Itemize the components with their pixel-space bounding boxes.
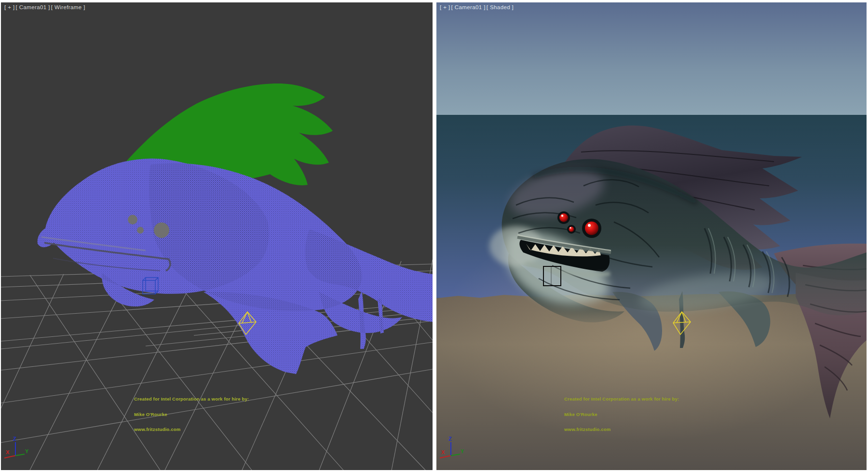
- axis-label-y: Y: [461, 448, 464, 454]
- axis-label-z: Z: [448, 436, 452, 442]
- credit-line: Created for Intel Corporation as a work …: [134, 397, 249, 402]
- credit-text: Created for Intel Corporation as a work …: [564, 387, 679, 443]
- credit-text: Created for Intel Corporation as a work …: [134, 387, 249, 443]
- credit-line: www.fritzstudio.com: [564, 427, 679, 432]
- credit-line: www.fritzstudio.com: [134, 427, 249, 432]
- axis-label-x: X: [441, 449, 445, 455]
- axis-label-x: X: [6, 449, 10, 455]
- sky: [436, 2, 867, 115]
- viewport-shaded[interactable]: X Z Y [ + ][ Camera01 ][ Shaded ] Create…: [436, 2, 867, 470]
- credit-line: Mike O'Rourke: [134, 412, 249, 417]
- viewport-menu-camera[interactable]: [ Camera01 ]: [451, 4, 486, 10]
- viewport-label: [ + ][ Camera01 ][ Wireframe ]: [4, 4, 86, 10]
- viewport-menu-general[interactable]: [ + ]: [440, 4, 450, 10]
- fish-model-wireframe[interactable]: [38, 83, 433, 374]
- viewport-label: [ + ][ Camera01 ][ Shaded ]: [440, 4, 515, 10]
- viewport-frame: X Z Y [ + ][ Camera01 ][ Wireframe ] Cre…: [0, 0, 868, 472]
- viewport-wireframe[interactable]: X Z Y [ + ][ Camera01 ][ Wireframe ] Cre…: [1, 2, 433, 470]
- axis-label-z: Z: [13, 436, 16, 442]
- viewport-menu-general[interactable]: [ + ]: [4, 4, 15, 10]
- viewport-menu-shading[interactable]: [ Wireframe ]: [51, 4, 85, 10]
- credit-line: Created for Intel Corporation as a work …: [564, 397, 679, 402]
- axis-label-y: Y: [25, 448, 29, 454]
- credit-line: Mike O'Rourke: [564, 412, 679, 417]
- viewport-menu-camera[interactable]: [ Camera01 ]: [16, 4, 50, 10]
- viewport-menu-shading[interactable]: [ Shaded ]: [487, 4, 514, 10]
